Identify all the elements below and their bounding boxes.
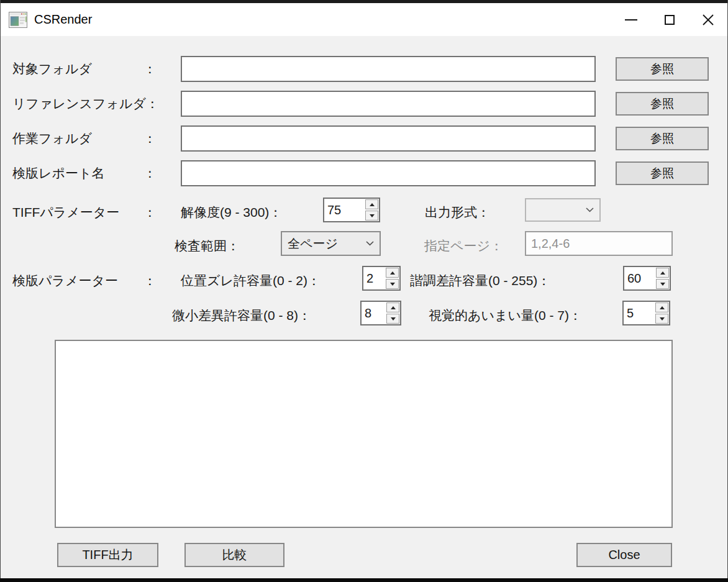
tone-spin-down-button[interactable]	[656, 279, 669, 289]
target-folder-label: 対象フォルダ：	[12, 60, 157, 78]
report-name-label: 検版レポート名：	[12, 165, 157, 182]
scan-range-value: 全ページ	[288, 235, 338, 252]
reference-folder-input[interactable]	[181, 91, 596, 117]
arrow-down-icon	[660, 283, 665, 286]
window-title: CSRender	[34, 12, 92, 27]
tone-tolerance-spinner	[623, 266, 671, 291]
target-folder-input[interactable]	[181, 56, 596, 82]
visual-fuzziness-input[interactable]	[624, 302, 654, 324]
output-format-select[interactable]	[525, 198, 601, 222]
chevron-down-icon	[586, 207, 594, 212]
tiff-params-section-label: TIFFパラメーター：	[12, 204, 157, 221]
scan-range-label: 検査範囲：	[175, 237, 240, 255]
arrow-up-icon	[370, 203, 375, 206]
target-folder-browse-button[interactable]: 参照	[616, 57, 709, 81]
visual-fuzziness-spinner	[622, 301, 670, 325]
scan-range-select[interactable]: 全ページ	[281, 231, 381, 256]
close-icon	[703, 14, 714, 25]
work-folder-browse-button[interactable]: 参照	[616, 127, 709, 150]
visual-spin-up-button[interactable]	[655, 302, 668, 312]
output-format-label: 出力形式：	[425, 204, 490, 221]
minor-spin-up-button[interactable]	[386, 302, 399, 312]
arrow-up-icon	[660, 306, 665, 309]
report-name-browse-button[interactable]: 参照	[616, 161, 709, 185]
close-button[interactable]	[689, 3, 727, 36]
tone-spin-up-button[interactable]	[656, 268, 669, 278]
minor-diff-tolerance-label: 微小差異許容量(0 - 8)：	[172, 307, 311, 324]
arrow-down-icon	[370, 214, 375, 217]
tone-tolerance-input[interactable]	[624, 267, 655, 289]
resolution-spin-down-button[interactable]	[365, 211, 378, 221]
report-name-input[interactable]	[181, 160, 596, 186]
visual-fuzziness-label: 視覚的あいまい量(0 - 7)：	[429, 307, 582, 324]
maximize-icon	[665, 15, 675, 25]
position-tolerance-label: 位置ズレ許容量(0 - 2)：	[181, 272, 321, 289]
log-output-area[interactable]	[55, 340, 673, 528]
arrow-down-icon	[390, 283, 395, 286]
minor-diff-tolerance-spinner	[360, 301, 401, 325]
compare-button[interactable]: 比較	[184, 543, 284, 567]
pages-input[interactable]	[525, 231, 673, 256]
arrow-up-icon	[660, 271, 665, 275]
caption-buttons	[612, 3, 727, 36]
application-icon	[9, 12, 27, 28]
minor-diff-tolerance-input[interactable]	[362, 302, 385, 324]
window-border-bottom	[0, 578, 728, 582]
resolution-input[interactable]	[324, 199, 364, 221]
maximize-button[interactable]	[650, 3, 689, 36]
arrow-down-icon	[660, 317, 665, 321]
check-params-section-label: 検版パラメーター：	[12, 272, 157, 289]
resolution-label: 解像度(9 - 300)：	[181, 204, 282, 221]
chevron-down-icon	[366, 241, 374, 246]
position-spin-down-button[interactable]	[386, 279, 399, 289]
work-folder-label: 作業フォルダ：	[12, 130, 157, 147]
resolution-spin-up-button[interactable]	[365, 199, 378, 209]
reference-folder-label: リファレンスフォルダ：	[12, 95, 157, 112]
visual-spin-down-button[interactable]	[655, 314, 668, 324]
position-tolerance-input[interactable]	[363, 267, 384, 289]
arrow-up-icon	[390, 271, 395, 275]
arrow-down-icon	[391, 317, 396, 321]
app-window: CSRender 対象フォルダ： 参照 リファレンスフォルダ： 参照 作業フ	[0, 0, 728, 582]
position-tolerance-spinner	[362, 266, 401, 291]
tone-tolerance-label: 諧調差許容量(0 - 255)：	[410, 272, 550, 289]
arrow-up-icon	[391, 306, 396, 309]
minimize-button[interactable]	[612, 3, 650, 36]
tiff-output-button[interactable]: TIFF出力	[57, 543, 158, 567]
pages-label: 指定ページ：	[424, 237, 503, 255]
work-folder-input[interactable]	[181, 125, 596, 152]
minimize-icon	[625, 19, 637, 20]
resolution-spinner	[323, 198, 380, 222]
close-action-button[interactable]: Close	[576, 543, 672, 567]
window-border-left	[0, 0, 1, 582]
titlebar: CSRender	[1, 3, 727, 36]
minor-spin-down-button[interactable]	[386, 314, 399, 324]
reference-folder-browse-button[interactable]: 参照	[616, 92, 709, 116]
position-spin-up-button[interactable]	[386, 268, 399, 278]
